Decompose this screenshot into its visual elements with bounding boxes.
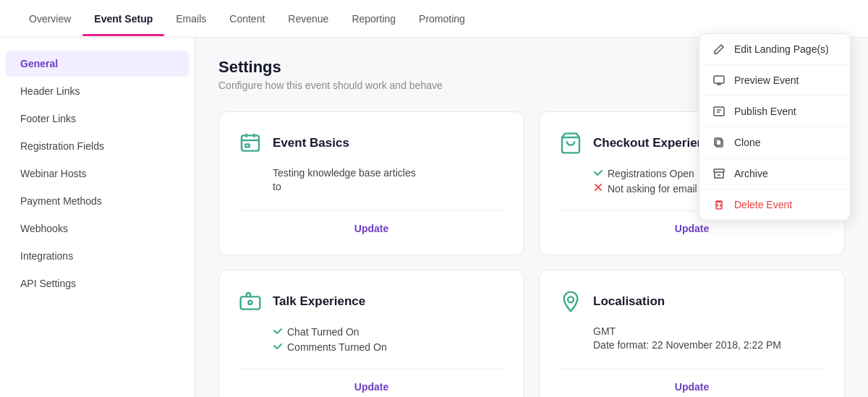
preview-icon	[712, 74, 726, 87]
svg-rect-8	[241, 296, 260, 309]
check-icon	[593, 167, 603, 179]
check-label: Comments Turned On	[287, 341, 387, 353]
card-text-line: Testing knowledge base articles	[273, 167, 506, 179]
card-event-basics: Event BasicsTesting knowledge base artic…	[218, 111, 524, 255]
nav-item-promoting[interactable]: Promoting	[407, 1, 477, 36]
nav-item-overview[interactable]: Overview	[17, 1, 82, 36]
svg-rect-5	[716, 202, 722, 209]
sidebar-item-webhooks[interactable]: Webhooks	[6, 215, 189, 242]
check-icon	[273, 341, 283, 353]
clone-icon	[712, 136, 726, 149]
dropdown-item-label: Delete Event	[734, 199, 792, 210]
sidebar-item-payment-methods[interactable]: Payment Methods	[6, 188, 189, 214]
dropdown-menu: Edit Landing Page(s)Preview EventPublish…	[699, 33, 851, 221]
dropdown-item-label: Publish Event	[734, 106, 796, 117]
dropdown-item-preview-event[interactable]: Preview Event	[699, 65, 850, 96]
nav-item-emails[interactable]: Emails	[164, 1, 218, 36]
svg-point-10	[568, 296, 574, 302]
check-icon	[273, 325, 283, 338]
card-talk-experience: Talk ExperienceChat Turned OnComments Tu…	[218, 270, 524, 397]
card-title-localisation: Localisation	[593, 294, 665, 309]
nav-item-reporting[interactable]: Reporting	[340, 1, 407, 36]
check-item: Comments Turned On	[273, 341, 506, 353]
top-nav: OverviewEvent SetupEmailsContentRevenueR…	[0, 0, 868, 38]
card-title-talk-experience: Talk Experience	[273, 294, 365, 309]
dropdown-item-clone[interactable]: Clone	[699, 127, 850, 158]
card-title-event-basics: Event Basics	[273, 136, 349, 150]
card-text-line: GMT	[593, 325, 827, 337]
edit-icon	[712, 43, 726, 56]
card-header-localisation: Localisation	[557, 288, 827, 315]
card-body-event-basics: Testing knowledge base articlesto	[237, 167, 506, 197]
dropdown-item-label: Preview Event	[734, 74, 799, 86]
sidebar-item-general[interactable]: General	[6, 51, 189, 77]
sidebar-item-api-settings[interactable]: API Settings	[6, 270, 189, 296]
archive-icon	[712, 167, 726, 180]
sidebar-item-registration-fields[interactable]: Registration Fields	[6, 133, 189, 159]
dropdown-item-label: Archive	[734, 168, 768, 179]
card-body-talk-experience: Chat Turned OnComments Turned On	[237, 325, 506, 356]
card-body-localisation: GMTDate format: 22 November 2018, 2:22 P…	[557, 325, 827, 356]
sidebar-item-integrations[interactable]: Integrations	[6, 243, 189, 269]
card-footer-talk-experience: Update	[237, 369, 506, 396]
svg-point-9	[248, 301, 252, 304]
publish-icon	[712, 105, 726, 118]
card-footer-event-basics: Update	[237, 210, 506, 237]
card-text-line: to	[273, 181, 506, 192]
card-header-event-basics: Event Basics	[237, 129, 506, 157]
sidebar: GeneralHeader LinksFooter LinksRegistrat…	[0, 38, 195, 397]
check-label: Chat Turned On	[287, 326, 359, 338]
svg-rect-6	[242, 135, 259, 150]
delete-icon	[712, 198, 726, 211]
dropdown-item-edit-landing-page(s)[interactable]: Edit Landing Page(s)	[699, 34, 850, 65]
dropdown-item-label: Edit Landing Page(s)	[734, 43, 829, 55]
card-localisation: LocalisationGMTDate format: 22 November …	[539, 270, 845, 397]
check-item: Chat Turned On	[273, 325, 506, 338]
card-text-line: Date format: 22 November 2018, 2:22 PM	[593, 339, 827, 351]
dropdown-item-publish-event[interactable]: Publish Event	[699, 96, 850, 127]
update-button-event-basics[interactable]: Update	[346, 220, 397, 237]
sidebar-item-header-links[interactable]: Header Links	[6, 78, 189, 104]
svg-rect-7	[245, 144, 249, 147]
svg-rect-0	[714, 76, 724, 83]
dropdown-item-label: Clone	[734, 137, 761, 148]
dropdown-item-delete-event[interactable]: Delete Event	[699, 189, 850, 220]
check-label: Registrations Open	[608, 168, 694, 179]
checkout-experience-icon	[557, 129, 584, 157]
update-button-checkout-experience[interactable]: Update	[666, 220, 718, 237]
card-header-talk-experience: Talk Experience	[237, 288, 506, 315]
nav-item-event-setup[interactable]: Event Setup	[82, 1, 164, 36]
localisation-icon	[557, 288, 584, 315]
svg-rect-1	[714, 107, 724, 116]
sidebar-item-footer-links[interactable]: Footer Links	[6, 106, 189, 132]
nav-item-content[interactable]: Content	[218, 1, 276, 36]
nav-item-revenue[interactable]: Revenue	[276, 1, 340, 36]
card-footer-localisation: Update	[557, 369, 827, 396]
sidebar-item-webinar-hosts[interactable]: Webinar Hosts	[6, 161, 189, 187]
cross-icon	[593, 182, 603, 195]
svg-rect-4	[714, 169, 724, 172]
event-basics-icon	[237, 129, 264, 157]
dropdown-item-archive[interactable]: Archive	[699, 158, 850, 189]
update-button-talk-experience[interactable]: Update	[346, 378, 397, 396]
update-button-localisation[interactable]: Update	[666, 378, 718, 396]
talk-experience-icon	[237, 288, 264, 315]
